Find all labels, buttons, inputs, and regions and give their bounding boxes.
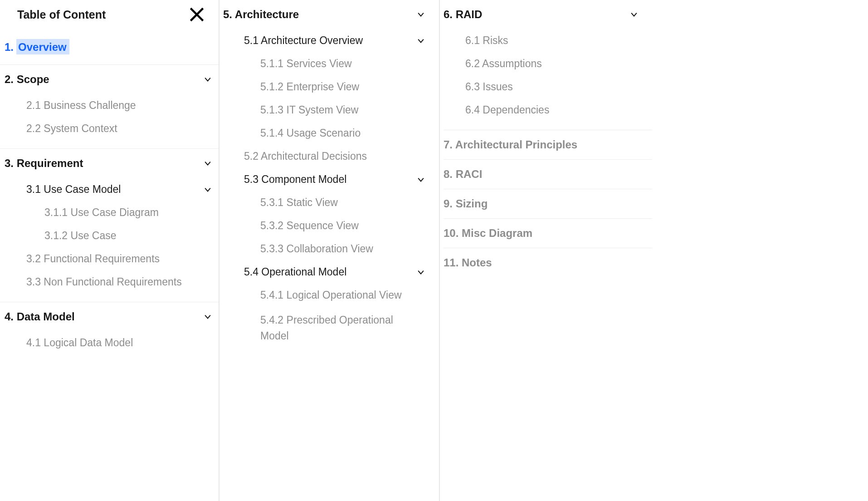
toc-item-scope[interactable]: 2. Scope 2.1 Business Challenge 2.2 Syst… <box>0 65 219 149</box>
chevron-down-icon[interactable] <box>416 175 425 184</box>
toc-item-requirement[interactable]: 3. Requirement 3.1 Use Case Model 3.1.1 … <box>0 149 219 302</box>
toc-item-architectural-principles[interactable]: 7. Architectural Principles <box>444 130 652 160</box>
toc-item-misc-diagram[interactable]: 10. Misc Diagram <box>444 219 652 248</box>
toc-item-assumptions[interactable]: 6.2 Assumptions <box>444 52 639 75</box>
section-label: 7. Architectural Principles <box>444 138 577 151</box>
toc-column-2: 5. Architecture 5.1 Architecture Overvie… <box>219 0 440 501</box>
toc-item-enterprise-view[interactable]: 5.1.2 Enterprise View <box>223 75 425 98</box>
toc-item-architecture-overview[interactable]: 5.1 Architecture Overview <box>223 29 425 52</box>
toc-item-data-model[interactable]: 4. Data Model 4.1 Logical Data Model <box>0 302 219 363</box>
toc-item-it-system-view[interactable]: 5.1.3 IT System View <box>223 98 425 122</box>
chevron-down-icon[interactable] <box>203 312 212 321</box>
chevron-down-icon[interactable] <box>203 75 212 84</box>
toc-item-static-view[interactable]: 5.3.1 Static View <box>223 191 425 214</box>
toc-item-logical-data-model[interactable]: 4.1 Logical Data Model <box>5 331 212 354</box>
chevron-down-icon[interactable] <box>416 268 425 277</box>
toc-column-3: 6. RAID 6.1 Risks 6.2 Assumptions 6.3 Is… <box>440 0 868 501</box>
close-icon[interactable] <box>189 6 205 23</box>
toc-item-architecture[interactable]: 5. Architecture 5.1 Architecture Overvie… <box>223 0 439 357</box>
toc-layout: Table of Content 1. Overview 1. Overview… <box>0 0 868 501</box>
section-label: 2. Scope <box>5 73 49 86</box>
toc-title: Table of Content <box>17 8 106 21</box>
toc-item-notes[interactable]: 11. Notes <box>444 248 652 277</box>
toc-item-use-case-diagram[interactable]: 3.1.1 Use Case Diagram <box>5 201 212 224</box>
section-label: 10. Misc Diagram <box>444 227 532 240</box>
toc-item-sequence-view[interactable]: 5.3.2 Sequence View <box>223 214 425 237</box>
toc-item-functional-requirements[interactable]: 3.2 Functional Requirements <box>5 247 212 270</box>
toc-item-overview[interactable]: 1. Overview 1. Overview <box>0 29 219 65</box>
toc-item-component-model[interactable]: 5.3 Component Model <box>223 168 425 191</box>
section-label: 9. Sizing <box>444 197 488 210</box>
toc-item-use-case-model[interactable]: 3.1 Use Case Model <box>5 178 212 201</box>
toc-item-logical-operational-view[interactable]: 5.4.1 Logical Operational View <box>223 284 425 307</box>
section-label: 3. Requirement <box>5 157 83 170</box>
section-label: 8. RACI <box>444 168 482 181</box>
section-label: 6. RAID <box>444 8 482 21</box>
toc-item-sizing[interactable]: 9. Sizing <box>444 189 652 219</box>
toc-column-1: Table of Content 1. Overview 1. Overview… <box>0 0 219 501</box>
toc-item-services-view[interactable]: 5.1.1 Services View <box>223 52 425 75</box>
toc-item-issues[interactable]: 6.3 Issues <box>444 75 639 98</box>
toc-item-raci[interactable]: 8. RACI <box>444 160 652 189</box>
toc-item-dependencies[interactable]: 6.4 Dependencies <box>444 98 639 122</box>
toc-item-non-functional-requirements[interactable]: 3.3 Non Functional Requirements <box>5 270 212 294</box>
toc-item-use-case[interactable]: 3.1.2 Use Case <box>5 224 212 247</box>
toc-item-collaboration-view[interactable]: 5.3.3 Collaboration View <box>223 237 425 260</box>
section-label: 4. Data Model <box>5 310 75 323</box>
chevron-down-icon[interactable] <box>416 36 425 45</box>
toc-item-usage-scenario[interactable]: 5.1.4 Usage Scenario <box>223 122 425 145</box>
section-label: 11. Notes <box>444 256 492 269</box>
toc-item-operational-model[interactable]: 5.4 Operational Model <box>223 260 425 284</box>
chevron-down-icon[interactable] <box>203 159 212 168</box>
chevron-down-icon[interactable] <box>203 185 212 194</box>
toc-item-raid[interactable]: 6. RAID 6.1 Risks 6.2 Assumptions 6.3 Is… <box>444 0 652 130</box>
toc-item-risks[interactable]: 6.1 Risks <box>444 29 639 52</box>
section-label: 5. Architecture <box>223 8 299 21</box>
toc-header: Table of Content <box>0 0 219 29</box>
chevron-down-icon[interactable] <box>629 10 639 19</box>
toc-item-prescribed-operational-model[interactable]: 5.4.2 Prescribed Operational Model <box>223 307 425 349</box>
toc-item-business-challenge[interactable]: 2.1 Business Challenge <box>5 94 212 117</box>
toc-item-architectural-decisions[interactable]: 5.2 Architectural Decisions <box>223 145 425 168</box>
chevron-down-icon[interactable] <box>416 10 425 19</box>
toc-item-system-context[interactable]: 2.2 System Context <box>5 117 212 140</box>
